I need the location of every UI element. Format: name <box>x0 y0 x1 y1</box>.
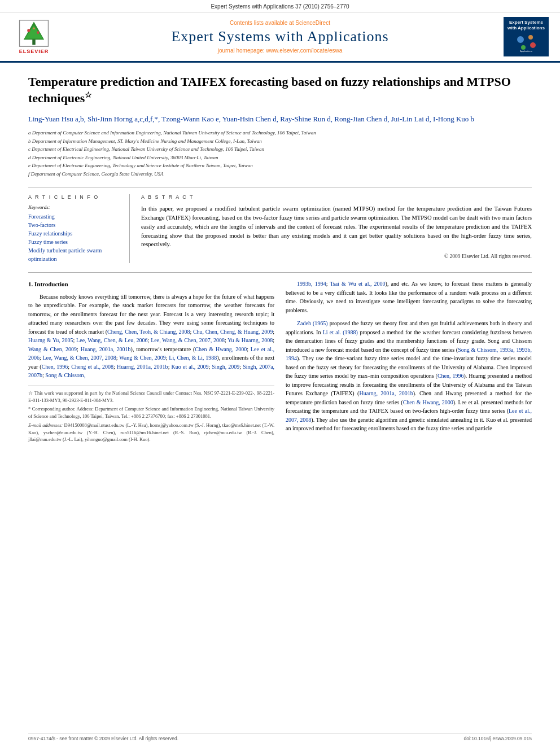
ref-song-1993b[interactable]: 1993b, 1994 <box>297 281 326 287</box>
divider-1 <box>28 187 532 187</box>
page: Expert Systems with Applications 37 (201… <box>0 0 560 747</box>
doi-text: doi:10.1016/j.eswa.2009.09.015 <box>463 736 532 741</box>
svg-marker-2 <box>25 25 43 39</box>
ref-lee-wang-2007b[interactable]: Lee, Wang, & Chen, 2007, 2008 <box>43 355 116 361</box>
paper-title: Temperature prediction and TAIFEX foreca… <box>28 74 532 107</box>
elsevier-label: ELSEVIER <box>19 49 49 54</box>
ref-kuo-2009[interactable]: Kuo et al., 2009 <box>172 364 209 370</box>
authors-line: Ling-Yuan Hsu a,b, Shi-Jinn Horng a,c,d,… <box>28 113 532 125</box>
ref-wang-chen-2009[interactable]: Wang & Chen, 2009 <box>119 355 166 361</box>
ref-yu-huarng[interactable]: Yu & Huarng, 2008 <box>228 337 273 343</box>
journal-center: Contents lists available at ScienceDirec… <box>62 20 498 54</box>
footnotes: ☆ This work was supported in part by the… <box>28 386 274 443</box>
intro-para-2: 1993b, 1994; Tsai & Wu et al., 2000), an… <box>286 279 532 314</box>
ref-chu-2009[interactable]: Chu, Chen, Cheng, & Huang, 2009 <box>193 329 273 335</box>
svg-point-9 <box>528 35 533 40</box>
ref-singh-2009[interactable]: Singh, 2009 <box>212 364 239 370</box>
article-info-abstract: A R T I C L E I N F O Keywords: Forecast… <box>28 194 532 263</box>
ref-cheng-2008b[interactable]: Cheng et al., 2008 <box>71 364 113 370</box>
svg-point-3 <box>27 29 30 32</box>
journal-title: Expert Systems with Applications <box>62 28 498 45</box>
elsevier-logo: ELSEVIER <box>11 19 56 54</box>
svg-point-8 <box>517 36 524 43</box>
article-info-label: A R T I C L E I N F O <box>28 194 121 200</box>
ref-lee-wang-2007[interactable]: Lee, Wang, & Chen, 2007, 2008 <box>151 337 225 343</box>
ref-song-chissom-refs[interactable]: Song & Chissom, 1993a, 1993b, 1994 <box>286 347 532 362</box>
citation-text: Expert Systems with Applications 37 (201… <box>211 3 349 10</box>
footnote-corresponding: * Corresponding author. Address: Departm… <box>28 405 274 420</box>
svg-text:Applications: Applications <box>520 50 532 53</box>
affiliation-b: b Department of Information Management, … <box>28 138 532 146</box>
issn-text: 0957-4174/$ - see front matter © 2009 El… <box>28 736 178 741</box>
ref-chen-1996[interactable]: Chen, 1996 <box>42 364 68 370</box>
svg-point-4 <box>37 31 40 34</box>
ref-wang-chen[interactable]: Wang & Chen, 2009 <box>28 346 77 352</box>
abstract-label: A B S T R A C T <box>141 194 532 200</box>
ref-huarng-2001c[interactable]: Huarng, 2001a, 2001b <box>359 390 413 396</box>
ref-song-chissom[interactable]: Song & Chissom, <box>45 372 85 378</box>
svg-point-10 <box>530 42 536 48</box>
journal-citation-bar: Expert Systems with Applications 37 (201… <box>0 0 560 12</box>
ref-tsai[interactable]: Tsai & Wu et al., 2000 <box>330 281 385 287</box>
elsevier-tree-icon <box>17 19 51 47</box>
footnote-emails: E-mail addresses: D94150008@mail.ntust.e… <box>28 422 274 443</box>
intro-para-1: Because nobody knows everything till tom… <box>28 292 274 380</box>
section-1-heading: 1. Introduction <box>28 279 274 289</box>
ref-zadeh[interactable]: Zadeh (1965) <box>297 320 328 326</box>
keyword-mtpso[interactable]: Modify turbulent particle swarm optimiza… <box>28 246 121 263</box>
ref-chen-1996b[interactable]: Chen, 1996 <box>438 373 464 379</box>
body-columns: 1. Introduction Because nobody knows eve… <box>28 279 532 445</box>
ref-cheng-2008[interactable]: Cheng, Chen, Teoh, & Chiang, 2008 <box>107 329 190 335</box>
body-col-left: 1. Introduction Because nobody knows eve… <box>28 279 274 445</box>
keyword-forecasting[interactable]: Forecasting <box>28 212 121 221</box>
ref-huang-2001[interactable]: Huang, 2001a, 2001b <box>81 346 131 352</box>
ref-li-1988[interactable]: Li et al. (1988) <box>323 329 358 335</box>
main-content: Temperature prediction and TAIFEX foreca… <box>0 63 560 456</box>
abstract-section: A B S T R A C T In this paper, we propos… <box>141 194 532 263</box>
keyword-fuzzy-time-series[interactable]: Fuzzy time series <box>28 238 121 246</box>
ref-lee-2006[interactable]: Lee, Wang, Chen, & Leu, 2006 <box>76 337 147 343</box>
abstract-text: In this paper, we proposed a modified tu… <box>141 204 532 249</box>
affiliations: a Department of Computer Science and Inf… <box>28 129 532 178</box>
sciencedirect-link: Contents lists available at ScienceDirec… <box>62 20 498 26</box>
journal-header: ELSEVIER Contents lists available at Sci… <box>0 12 560 63</box>
footnote-star: ☆ This work was supported in part by the… <box>28 390 274 404</box>
divider-2 <box>28 272 532 273</box>
ref-chen-hwang-2000[interactable]: Chen & Hwang, 2000 <box>403 399 453 405</box>
affiliation-e: e Department of Electronic Engineering, … <box>28 162 532 170</box>
affiliation-c: c Department of Electrical Engineering, … <box>28 146 532 154</box>
article-info: A R T I C L E I N F O Keywords: Forecast… <box>28 194 130 263</box>
svg-point-11 <box>521 45 526 50</box>
body-col-right: 1993b, 1994; Tsai & Wu et al., 2000), an… <box>286 279 532 445</box>
keyword-fuzzy-relationships[interactable]: Fuzzy relationships <box>28 229 121 238</box>
copyright-line: © 2009 Elsevier Ltd. All rights reserved… <box>141 254 532 259</box>
ref-li-chen[interactable]: Li, Chen, & Li, 1988 <box>169 355 217 361</box>
journal-logo-right: Expert Systems with Applications Applica… <box>504 17 549 56</box>
journal-homepage: journal homepage: www.elsevier.com/locat… <box>62 47 498 54</box>
affiliation-d: d Department of Electronic Engineering, … <box>28 154 532 162</box>
affiliation-a: a Department of Computer Science and Inf… <box>28 129 532 137</box>
svg-point-5 <box>33 28 35 30</box>
keywords-label: Keywords: <box>28 204 121 210</box>
ref-huarng-2001b[interactable]: Huarng, 2001a, 2001b <box>117 364 168 370</box>
ref-chen-hwang[interactable]: Chen & Hwang, 2000 <box>195 346 247 352</box>
ref-lee-2007-2008[interactable]: Lee et al., 2007, 2008 <box>286 408 532 423</box>
ref-huarng-yu-2005[interactable]: Huarng & Yu, 2005 <box>28 337 73 343</box>
affiliation-f: f Department of Computer Science, Georgi… <box>28 171 532 178</box>
intro-para-3: Zadeh (1965) proposed the fuzzy set theo… <box>286 319 532 433</box>
keyword-two-factors[interactable]: Two-factors <box>28 221 121 229</box>
page-bottom: 0957-4174/$ - see front matter © 2009 El… <box>28 733 532 741</box>
